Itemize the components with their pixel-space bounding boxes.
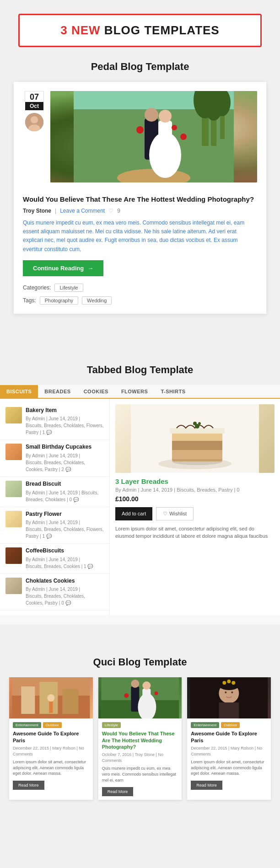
banner-rest: BLOG TEMPLATES — [104, 23, 220, 37]
pedal-meta: Troy Stone | Leave a Comment ♡ 9 — [23, 208, 257, 214]
tab-cookies[interactable]: COOKIES — [77, 385, 115, 398]
tabbed-detail-price: £100.00 — [115, 495, 275, 503]
item-info-4: Pastry Flower By Admin | June 14, 2019 |… — [26, 511, 104, 540]
quci-card-3-meta: December 22, 2015 | Mary Rolson | No Com… — [191, 745, 267, 757]
svg-point-13 — [180, 134, 187, 140]
svg-point-55 — [232, 691, 233, 693]
tab-flowers[interactable]: FLOWERS — [115, 385, 155, 398]
categories-label: Categories: — [23, 284, 51, 291]
svg-rect-43 — [142, 689, 151, 707]
svg-rect-26 — [172, 450, 222, 459]
tabbed-blog: BISCUITS BREADES COOKIES FLOWERS T-SHIRT… — [0, 385, 280, 625]
item-title-1: Bakery Item — [26, 407, 104, 414]
svg-point-52 — [227, 680, 231, 683]
svg-point-29 — [193, 422, 197, 425]
quci-read-more-2[interactable]: Read More — [102, 787, 134, 796]
svg-rect-37 — [49, 702, 53, 713]
list-item[interactable]: Pastry Flower By Admin | June 14, 2019 |… — [0, 507, 109, 544]
quci-card-3-image — [187, 677, 271, 718]
item-meta-1: By Admin | June 14, 2019 | Biscuits, Bre… — [26, 415, 104, 436]
quci-read-more-1[interactable]: Read More — [13, 781, 44, 790]
tabbed-detail-description: Lorem ipsum dolor sit amet, consectetur … — [115, 525, 275, 540]
banner-heading: 3 NEW BLOG TEMPLATES — [60, 23, 219, 37]
item-title-2: Small Birthday Cupcakes — [26, 444, 104, 451]
list-item[interactable]: Bakery Item By Admin | June 14, 2019 | B… — [0, 403, 109, 440]
pedal-date-wrap: 07 Oct — [23, 91, 46, 131]
wishlist-button[interactable]: ♡ Wishlist — [156, 507, 194, 520]
banner: 3 NEW BLOG TEMPLATES — [18, 14, 262, 47]
quci-card-1-body: Entertainment Outdoor Awesome Guide To E… — [9, 718, 93, 793]
quci-card-1-meta: December 22, 2015 | Mary Rolson | No Com… — [13, 745, 89, 757]
list-item[interactable]: CoffeeBiscuits By Admin | June 14, 2019 … — [0, 544, 109, 574]
tag-photography[interactable]: Photography — [40, 296, 78, 305]
svg-point-12 — [172, 125, 177, 130]
item-meta-3: By Admin | June 14, 2019 | Biscuits, Bre… — [26, 489, 104, 503]
pedal-excerpt-text: Quis munere impedit cu eum, ex mea vero … — [23, 220, 244, 252]
svg-rect-27 — [170, 428, 225, 434]
svg-point-46 — [154, 691, 158, 695]
tab-breades[interactable]: BREADES — [38, 385, 77, 398]
pedal-section-title: Pedal Blog Template — [0, 61, 280, 73]
quci-read-more-3[interactable]: Read More — [191, 781, 222, 790]
tab-biscuits[interactable]: BISCUITS — [0, 385, 38, 398]
list-item[interactable]: Bread Biscuit By Admin | June 14, 2019 |… — [0, 477, 109, 507]
quci-card-2-meta: October 7, 2016 | Troy Stone | No Commen… — [102, 752, 178, 763]
tag-lifestyle-2[interactable]: Lifestyle — [102, 722, 121, 728]
tabbed-section-title: Tabbed Blog Template — [0, 364, 280, 376]
quci-card-1-title: Awesome Guide To Explore Paris — [13, 730, 89, 744]
item-thumb-5 — [5, 547, 22, 564]
comment-icon-1: 💬 — [46, 430, 52, 435]
date-month: Oct — [25, 102, 43, 110]
comment-icon-4: 💬 — [46, 534, 52, 539]
svg-point-41 — [131, 680, 139, 688]
pedal-meta-divider: | — [55, 208, 56, 214]
tab-tshirts[interactable]: T-SHIRTS — [154, 385, 192, 398]
item-thumb-1 — [5, 407, 22, 423]
quci-card-1-image — [9, 677, 93, 718]
item-thumb-2 — [5, 444, 22, 460]
svg-point-1 — [31, 116, 38, 123]
add-to-cart-button[interactable]: Add to cart — [115, 507, 152, 520]
svg-point-11 — [136, 126, 144, 134]
svg-rect-33 — [21, 686, 35, 714]
item-thumb-3 — [5, 481, 22, 497]
tag-wedding[interactable]: Wedding — [82, 296, 112, 305]
quci-card-3-excerpt: Lorem ipsum dolor sit amet, consectetur … — [191, 759, 267, 777]
date-number: 07 — [25, 91, 44, 102]
tag-outdoor-1[interactable]: Outdoor — [43, 722, 62, 728]
svg-rect-49 — [219, 702, 239, 718]
tag-entertainment-3[interactable]: Entertainment — [191, 722, 219, 728]
pedal-comment-link[interactable]: Leave a Comment — [60, 208, 105, 214]
quci-card-1: Entertainment Outdoor Awesome Guide To E… — [9, 677, 93, 800]
comment-icon-5: 💬 — [87, 564, 93, 569]
svg-rect-25 — [172, 441, 222, 450]
tabbed-detail-image — [115, 404, 275, 473]
tabbed-detail: 3 Layer Breades By Admin | June 14, 2019… — [110, 399, 280, 616]
pedal-likes: 9 — [117, 208, 120, 214]
tabbed-content: Bakery Item By Admin | June 14, 2019 | B… — [0, 399, 280, 616]
item-title-4: Pastry Flower — [26, 511, 104, 518]
list-item[interactable]: Choklates Cookies By Admin | June 14, 20… — [0, 574, 109, 611]
item-meta-5: By Admin | June 14, 2019 | Biscuits, Bre… — [26, 556, 104, 570]
quci-card-1-tags: Entertainment Outdoor — [13, 722, 89, 728]
tag-entertainment-1[interactable]: Entertainment — [13, 722, 41, 728]
continue-reading-button[interactable]: Continue Reading → — [23, 260, 103, 276]
pedal-author: Troy Stone — [23, 208, 51, 214]
svg-point-7 — [145, 108, 158, 122]
wishlist-label: Wishlist — [169, 511, 187, 516]
quci-card-3-title: Awesome Guide To Explore Paris — [191, 730, 267, 744]
quci-card-2-excerpt: Quis munere impedit cu eum, ex mea vero … — [102, 766, 178, 783]
quci-grid: Entertainment Outdoor Awesome Guide To E… — [9, 677, 271, 800]
item-meta-2: By Admin | June 14, 2019 | Biscuits, Bre… — [26, 452, 104, 473]
list-item[interactable]: Small Birthday Cupcakes By Admin | June … — [0, 440, 109, 477]
svg-point-51 — [223, 681, 226, 685]
heart-icon: ♡ — [163, 511, 167, 517]
arrow-right-icon: → — [87, 265, 93, 272]
svg-point-30 — [198, 422, 201, 425]
svg-rect-9 — [158, 121, 172, 153]
quci-section-title: Quci Blog Template — [0, 656, 280, 668]
pedal-heart-icon: ♡ — [108, 208, 113, 214]
item-info-1: Bakery Item By Admin | June 14, 2019 | B… — [26, 407, 104, 436]
category-lifestyle[interactable]: Lifestyle — [54, 284, 83, 292]
tag-outdoor-3[interactable]: Outdoor — [221, 722, 240, 728]
